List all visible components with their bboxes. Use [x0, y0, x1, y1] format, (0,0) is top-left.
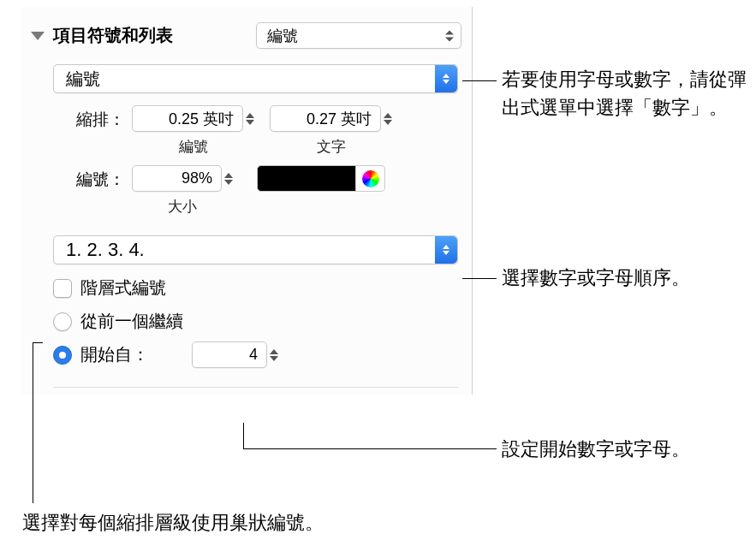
text-indent-stepper[interactable] — [384, 113, 392, 125]
disclosure-triangle-icon[interactable] — [31, 32, 45, 40]
annotation-type: 若要使用字母或數字，請從彈出式選單中選擇「數字」。 — [502, 65, 750, 122]
stepper-up-icon — [246, 113, 254, 118]
color-picker-button[interactable] — [356, 165, 385, 192]
bullet-type-value: 編號 — [66, 68, 100, 91]
continue-label: 從前一個繼續 — [80, 310, 183, 333]
size-row: 編號： 98% 大小 — [53, 165, 458, 217]
hierarchical-checkbox[interactable] — [53, 279, 72, 298]
list-style-dropdown[interactable]: 編號 — [256, 22, 461, 49]
callout-line — [462, 80, 497, 81]
continue-radio[interactable] — [53, 312, 72, 331]
bullet-type-dropdown[interactable]: 編號 — [53, 64, 458, 93]
annotation-start: 設定開始數字或字母。 — [502, 435, 690, 463]
hierarchical-label: 階層式編號 — [80, 276, 166, 300]
dropdown-arrows-icon — [435, 65, 457, 92]
stepper-down-icon — [384, 120, 392, 125]
section-header: 項目符號和列表 編號 — [21, 7, 472, 57]
number-indent-sublabel: 編號 — [179, 137, 208, 157]
number-format-dropdown[interactable]: 1. 2. 3. 4. — [53, 235, 458, 264]
stepper-down-icon — [246, 120, 254, 125]
color-well[interactable] — [257, 165, 385, 192]
section-title: 項目符號和列表 — [53, 24, 256, 47]
start-from-radio[interactable] — [53, 346, 72, 365]
color-swatch[interactable] — [257, 165, 356, 192]
size-sublabel: 大小 — [168, 197, 197, 217]
annotation-format: 選擇數字或字母順序。 — [502, 264, 690, 292]
continue-row: 從前一個繼續 — [53, 310, 458, 333]
bullets-lists-panel: 項目符號和列表 編號 編號 縮排： 0.25 英吋 編號 — [21, 7, 473, 395]
callout-line — [33, 342, 43, 343]
stepper-up-icon — [384, 113, 392, 118]
callout-line — [33, 342, 33, 503]
hierarchical-row: 階層式編號 — [53, 276, 458, 300]
annotation-hierarchical: 選擇對每個縮排層級使用巢狀編號。 — [22, 508, 324, 537]
number-indent-stepper[interactable] — [246, 113, 254, 125]
number-indent-input[interactable]: 0.25 英吋 — [132, 105, 243, 132]
stepper-down-icon — [270, 356, 278, 361]
text-indent-sublabel: 文字 — [317, 137, 346, 157]
start-from-row: 開始自： 4 — [53, 341, 458, 368]
indent-row: 縮排： 0.25 英吋 編號 0.27 英吋 — [53, 105, 458, 157]
size-label: 編號： — [53, 165, 125, 191]
size-input[interactable]: 98% — [132, 165, 222, 192]
start-from-label: 開始自： — [80, 343, 183, 366]
callout-line — [243, 448, 497, 449]
stepper-up-icon — [224, 173, 233, 178]
dropdown-arrows-icon — [435, 236, 457, 264]
number-format-value: 1. 2. 3. 4. — [66, 239, 145, 261]
color-wheel-icon — [362, 170, 379, 187]
stepper-up-icon — [270, 349, 278, 354]
text-indent-input[interactable]: 0.27 英吋 — [270, 105, 381, 132]
callout-line — [243, 423, 244, 448]
size-stepper[interactable] — [224, 173, 233, 185]
callout-line — [462, 278, 497, 279]
divider — [53, 387, 458, 388]
indent-label: 縮排： — [53, 105, 125, 131]
start-from-stepper[interactable] — [270, 349, 278, 361]
chevron-up-down-icon — [445, 30, 454, 41]
start-from-input[interactable]: 4 — [192, 341, 267, 368]
list-style-value: 編號 — [267, 26, 298, 46]
stepper-down-icon — [224, 180, 233, 185]
